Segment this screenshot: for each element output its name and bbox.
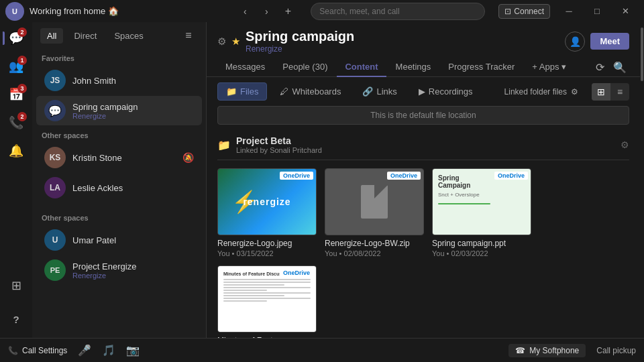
- sub-tab-whiteboards[interactable]: 🖊 Whiteboards: [271, 82, 350, 101]
- call-settings[interactable]: 📞 Call Settings: [8, 346, 67, 355]
- apps-icon: ⊞: [11, 278, 21, 293]
- maximize-button[interactable]: □: [584, 2, 610, 21]
- onedrive-badge-2: OneDrive: [387, 172, 421, 180]
- sub-tab-links[interactable]: 🔗 Links: [354, 82, 405, 101]
- project-linked: Linked by Sonali Pritchard: [236, 146, 322, 154]
- nav-tabs: Messages People (30) Content Meetings Pr…: [207, 54, 640, 77]
- favorites-label: Favorites: [32, 49, 206, 65]
- sub-tab-recordings[interactable]: ▶ Recordings: [410, 82, 482, 101]
- sub-tab-files[interactable]: 📁 Files: [217, 82, 267, 101]
- settings-icon[interactable]: ⚙: [217, 36, 226, 48]
- sub-tabs: 📁 Files 🖊 Whiteboards 🔗 Links ▶ Recordin…: [207, 77, 640, 106]
- file-thumb-ppt: SpringCampaign Snct + Overslope OneDrive: [432, 168, 531, 235]
- softphone-button[interactable]: ☎ My Softphone: [508, 344, 586, 357]
- nav-controls: ‹ › +: [235, 2, 297, 21]
- rail-calls[interactable]: 📞 2: [3, 109, 30, 136]
- docx-line-8: [223, 298, 311, 299]
- onedrive-badge-1: OneDrive: [280, 172, 313, 180]
- bottom-bar: 📞 Call Settings 🎤 🎵 📷 ☎ My Softphone Cal…: [0, 338, 644, 362]
- media-icon-2[interactable]: 🎵: [102, 344, 115, 357]
- sidebar-item-kristin[interactable]: KS Kristin Stone 🔕: [36, 143, 202, 172]
- bw-fold: [374, 185, 388, 198]
- file-grid: ⚡ renergize OneDrive Renergize-Logo.jpeg…: [217, 168, 629, 338]
- channel-avatar-button[interactable]: 👤: [565, 32, 585, 52]
- files-icon: 📁: [226, 86, 237, 97]
- nav-forward-button[interactable]: ›: [257, 2, 276, 21]
- sync-icon: ⟳: [596, 61, 604, 74]
- chat-info-umar: Umar Patel: [72, 235, 194, 245]
- chat-name-john-smith: John Smith: [72, 76, 194, 86]
- rail-teams[interactable]: 👥 1: [3, 53, 30, 80]
- rail-apps[interactable]: ⊞: [3, 272, 30, 299]
- nav-back-button[interactable]: ‹: [235, 2, 254, 21]
- avatar-umar: U: [44, 229, 66, 251]
- sidebar-scroll[interactable]: Favorites JS John Smith 💬 Spring campaig…: [32, 49, 206, 338]
- user-avatar[interactable]: U: [5, 2, 24, 21]
- docx-line-3: [223, 284, 284, 286]
- files-area[interactable]: 📁 Project Beta Linked by Sonali Pritchar…: [207, 130, 640, 338]
- sidebar-tab-all[interactable]: All: [40, 28, 63, 44]
- tab-apps[interactable]: + Apps ▾: [524, 58, 574, 77]
- file-card-ppt[interactable]: SpringCampaign Snct + Overslope OneDrive…: [432, 168, 531, 257]
- tab-content[interactable]: Content: [337, 58, 386, 77]
- file-card-logo-bw[interactable]: OneDrive Renergize-Logo-BW.zip You • 02/…: [325, 168, 424, 257]
- file-card-logo-jpeg[interactable]: ⚡ renergize OneDrive Renergize-Logo.jpeg…: [217, 168, 317, 257]
- avatar-kristin: KS: [44, 147, 66, 168]
- avatar-leslie: LA: [44, 177, 66, 198]
- new-tab-button[interactable]: +: [278, 2, 297, 21]
- call-pickup[interactable]: Call pickup: [596, 346, 636, 355]
- sidebar-item-project-energize[interactable]: PE Project Energize Renergize: [36, 255, 202, 285]
- project-gear-icon[interactable]: ⚙: [621, 139, 629, 150]
- file-name-1: Renergize-Logo.jpeg: [217, 239, 317, 248]
- search-button[interactable]: 🔍: [610, 58, 629, 76]
- docx-line-1: [223, 279, 311, 280]
- sidebar-item-leslie[interactable]: LA Leslie Ackles: [36, 173, 202, 202]
- spaces-label: Other spaces: [32, 208, 206, 225]
- project-info: Project Beta Linked by Sonali Pritchard: [236, 135, 322, 154]
- activity-icon: 🔔: [9, 143, 23, 158]
- grid-view-button[interactable]: ⊞: [592, 83, 610, 101]
- ppt-bar: [438, 203, 490, 204]
- linked-folder-label[interactable]: Linked folder files ⚙: [504, 87, 578, 97]
- sync-button[interactable]: ⟳: [590, 58, 609, 76]
- scrollbar-track[interactable]: [640, 22, 644, 338]
- file-meta-3: You • 02/03/2022: [432, 249, 531, 257]
- project-folder-icon: 📁: [217, 139, 231, 152]
- docx-line-6: [223, 292, 311, 294]
- star-icon[interactable]: ★: [231, 36, 240, 48]
- sidebar-tab-spaces[interactable]: Spaces: [107, 28, 150, 44]
- sidebar-item-umar[interactable]: U Umar Patel: [36, 225, 202, 255]
- sidebar-item-john-smith[interactable]: JS John Smith: [36, 66, 202, 95]
- tab-people[interactable]: People (30): [274, 58, 335, 77]
- rail-chat[interactable]: 💬 2: [3, 25, 30, 52]
- list-view-button[interactable]: ≡: [610, 83, 629, 101]
- media-icon-3[interactable]: 📷: [126, 344, 140, 357]
- renergize-text: renergize: [243, 196, 290, 207]
- media-icon-1[interactable]: 🎤: [78, 344, 91, 357]
- connect-button[interactable]: ⊡ Connect: [498, 4, 550, 19]
- file-name-3: Spring campaign.ppt: [432, 239, 531, 248]
- scrollbar-thumb: [641, 27, 643, 81]
- whiteboards-label: Whiteboards: [292, 86, 341, 97]
- sidebar-tab-direct[interactable]: Direct: [67, 28, 103, 44]
- docx-line-5: [223, 290, 267, 291]
- avatar-project-energize: PE: [44, 259, 66, 281]
- rail-activity[interactable]: 🔔: [3, 137, 30, 164]
- tab-messages[interactable]: Messages: [217, 58, 273, 77]
- links-icon: 🔗: [362, 86, 373, 97]
- meet-button[interactable]: Meet: [590, 33, 629, 50]
- file-card-docx[interactable]: Minutes of Feature Discussion: [217, 265, 317, 338]
- channel-title-group: Spring campaign Renergize: [246, 29, 354, 54]
- sidebar-filter-button[interactable]: ≡: [179, 26, 198, 45]
- tab-meetings[interactable]: Meetings: [388, 58, 439, 77]
- onedrive-badge-4: OneDrive: [280, 269, 313, 277]
- chat-sub-spring-campaign: Renergize: [72, 112, 194, 120]
- search-input[interactable]: [311, 3, 485, 20]
- minimize-button[interactable]: ─: [555, 2, 582, 21]
- rail-help[interactable]: ?: [3, 306, 30, 333]
- sidebar-item-spring-campaign[interactable]: 💬 Spring campaign Renergize: [36, 96, 202, 125]
- rail-calendar[interactable]: 📅 3: [3, 81, 30, 108]
- close-button[interactable]: ✕: [612, 2, 639, 21]
- mute-icon: 🔕: [182, 152, 194, 163]
- tab-progress-tracker[interactable]: Progress Tracker: [440, 58, 523, 77]
